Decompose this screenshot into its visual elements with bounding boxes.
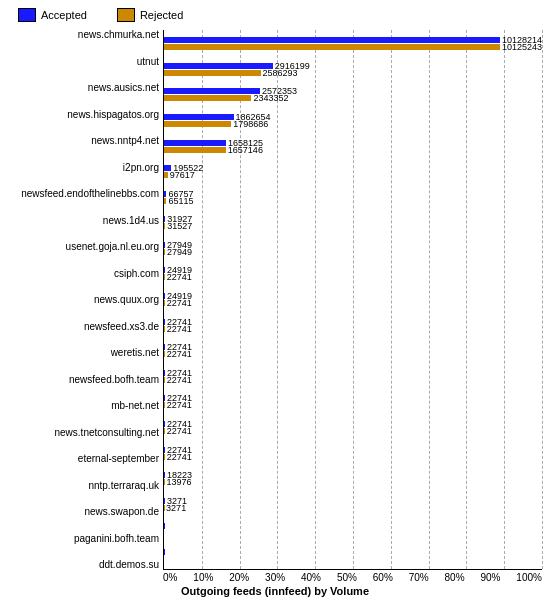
bar-row: 19552297617 bbox=[164, 159, 542, 185]
bar-accepted-wrap: 22741 bbox=[164, 446, 542, 453]
bar-row: 2274122741 bbox=[164, 389, 542, 415]
bar-accepted bbox=[164, 472, 165, 478]
bar-accepted bbox=[164, 37, 500, 43]
bar-pair: 2794927949 bbox=[164, 241, 542, 255]
bar-rejected-value: 2586293 bbox=[263, 68, 298, 78]
bar-accepted bbox=[164, 498, 165, 504]
bar-pair: 25723532343352 bbox=[164, 88, 542, 102]
bar-rejected-wrap: 22741 bbox=[164, 402, 542, 409]
bar-accepted-wrap: 22741 bbox=[164, 344, 542, 351]
bar-row: 29161992586293 bbox=[164, 57, 542, 83]
bar-accepted bbox=[164, 114, 234, 120]
bar-rejected bbox=[164, 402, 165, 408]
bar-rejected-wrap: 13976 bbox=[164, 479, 542, 486]
bar-accepted bbox=[164, 523, 165, 529]
bar-rejected-value: 27949 bbox=[167, 247, 192, 257]
bar-rejected-value: 22741 bbox=[167, 375, 192, 385]
bar-rejected bbox=[164, 351, 165, 357]
bar-accepted bbox=[164, 140, 226, 146]
bar-row bbox=[164, 543, 542, 569]
bar-rejected bbox=[164, 172, 168, 178]
y-label: newsfeed.bofh.team bbox=[8, 375, 159, 385]
bar-row: 1012821410125243 bbox=[164, 31, 542, 57]
chart-area: news.chmurka.netutnutnews.ausics.netnews… bbox=[8, 30, 542, 570]
bar-row: 2274122741 bbox=[164, 415, 542, 441]
bar-rejected-value: 1657146 bbox=[228, 145, 263, 155]
bar-row: 16581251657146 bbox=[164, 133, 542, 159]
bar-rejected-wrap: 2343352 bbox=[164, 95, 542, 102]
y-label: news.ausics.net bbox=[8, 83, 159, 93]
bar-rejected-wrap: 22741 bbox=[164, 351, 542, 358]
bar-accepted-wrap bbox=[164, 548, 542, 555]
chart-title: Outgoing feeds (innfeed) by Volume bbox=[8, 585, 542, 597]
bar-rejected bbox=[164, 95, 251, 101]
y-label: news.1d4.us bbox=[8, 216, 159, 226]
y-label: weretis.net bbox=[8, 348, 159, 358]
y-label: newsfeed.xs3.de bbox=[8, 322, 159, 332]
bar-pair: 16581251657146 bbox=[164, 139, 542, 153]
bar-rejected-wrap: 31527 bbox=[164, 223, 542, 230]
bar-rejected-wrap: 2586293 bbox=[164, 69, 542, 76]
bar-accepted-wrap: 18223 bbox=[164, 472, 542, 479]
bar-accepted bbox=[164, 216, 165, 222]
bar-row: 2491922741 bbox=[164, 261, 542, 287]
bar-accepted bbox=[164, 191, 166, 197]
bar-pair bbox=[164, 548, 542, 562]
y-label: ddt.demos.su bbox=[8, 560, 159, 570]
bar-rejected bbox=[164, 249, 165, 255]
bar-accepted bbox=[164, 395, 165, 401]
bar-accepted-wrap: 3271 bbox=[164, 497, 542, 504]
bar-row: 2274122741 bbox=[164, 312, 542, 338]
bar-pair: 1822313976 bbox=[164, 472, 542, 486]
y-label: news.tnetconsulting.net bbox=[8, 428, 159, 438]
bar-rejected-wrap: 1798686 bbox=[164, 121, 542, 128]
bar-rejected-value: 22741 bbox=[167, 298, 192, 308]
bar-rejected-wrap: 22741 bbox=[164, 453, 542, 460]
bar-pair: 2274122741 bbox=[164, 369, 542, 383]
bar-rejected bbox=[164, 454, 165, 460]
x-axis-label: 60% bbox=[373, 572, 393, 583]
bar-accepted-wrap: 195522 bbox=[164, 165, 542, 172]
bar-rejected bbox=[164, 377, 165, 383]
bar-accepted-wrap: 22741 bbox=[164, 369, 542, 376]
bar-pair: 2274122741 bbox=[164, 420, 542, 434]
bar-accepted-wrap bbox=[164, 523, 542, 530]
y-axis: news.chmurka.netutnutnews.ausics.netnews… bbox=[8, 30, 163, 570]
bar-accepted bbox=[164, 267, 165, 273]
bar-accepted bbox=[164, 344, 165, 350]
bar-pair: 18626541798686 bbox=[164, 114, 542, 128]
bar-rejected-wrap: 22741 bbox=[164, 427, 542, 434]
y-label: news.chmurka.net bbox=[8, 30, 159, 40]
bar-rejected-wrap bbox=[164, 530, 542, 537]
bar-rejected-value: 2343352 bbox=[253, 93, 288, 103]
bar-pair: 1012821410125243 bbox=[164, 37, 542, 51]
chart-container: Accepted Rejected news.chmurka.netutnutn… bbox=[0, 0, 550, 605]
bar-accepted-wrap: 27949 bbox=[164, 241, 542, 248]
bar-row: 32713271 bbox=[164, 491, 542, 517]
bar-row: 2274122741 bbox=[164, 440, 542, 466]
bar-accepted bbox=[164, 370, 165, 376]
bars-content: 1012821410125243291619925862932572353234… bbox=[164, 30, 542, 569]
bar-rejected bbox=[164, 274, 165, 280]
legend: Accepted Rejected bbox=[8, 8, 542, 22]
bar-rejected bbox=[164, 70, 261, 76]
bar-row: 6675765115 bbox=[164, 184, 542, 210]
bar-rejected-value: 31527 bbox=[167, 221, 192, 231]
bar-rejected-value: 22741 bbox=[167, 349, 192, 359]
bar-row: 2274122741 bbox=[164, 338, 542, 364]
bar-pair: 32713271 bbox=[164, 497, 542, 511]
bar-rejected bbox=[164, 223, 165, 229]
bar-rejected-value: 10125243 bbox=[502, 42, 542, 52]
bar-pair: 2491922741 bbox=[164, 267, 542, 281]
bar-rejected bbox=[164, 479, 165, 485]
bar-rejected-wrap: 1657146 bbox=[164, 146, 542, 153]
bar-accepted-wrap: 1862654 bbox=[164, 114, 542, 121]
x-axis-label: 40% bbox=[301, 572, 321, 583]
bar-pair: 6675765115 bbox=[164, 190, 542, 204]
bar-rejected-value: 22741 bbox=[167, 452, 192, 462]
bar-rejected bbox=[164, 198, 166, 204]
legend-rejected: Rejected bbox=[117, 8, 183, 22]
bar-row: 25723532343352 bbox=[164, 82, 542, 108]
bar-accepted bbox=[164, 293, 165, 299]
bar-rejected-wrap: 3271 bbox=[164, 504, 542, 511]
